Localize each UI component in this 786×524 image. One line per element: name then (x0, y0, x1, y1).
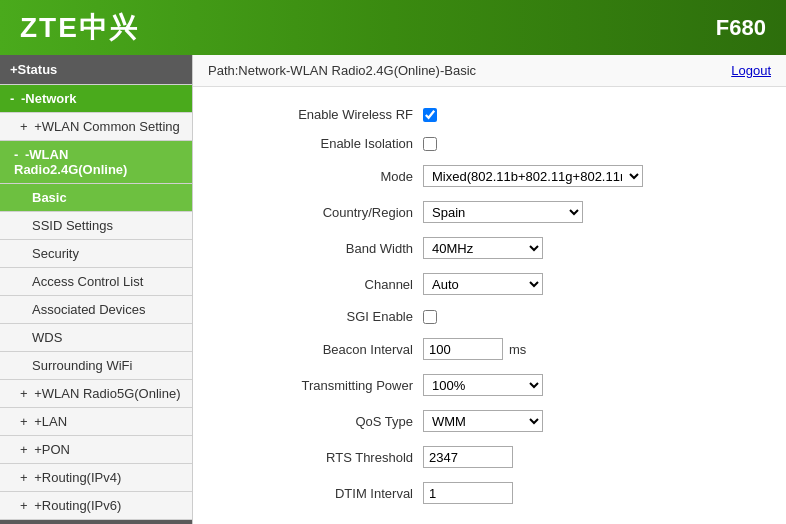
breadcrumb-bar: Path:Network-WLAN Radio2.4G(Online)-Basi… (193, 55, 786, 87)
channel-control: Auto 1234 5678 910111213 (423, 273, 543, 295)
sidebar-item-lan[interactable]: +LAN (0, 408, 192, 436)
logo-model: F680 (716, 15, 766, 41)
enable-wireless-rf-checkbox[interactable] (423, 108, 437, 122)
breadcrumb: Path:Network-WLAN Radio2.4G(Online)-Basi… (208, 63, 476, 78)
rts-threshold-row: RTS Threshold (223, 446, 756, 468)
sidebar-item-routing-ipv4[interactable]: +Routing(IPv4) (0, 464, 192, 492)
sidebar-item-status[interactable]: +Status (0, 55, 192, 85)
bandwidth-select[interactable]: 20MHz 40MHz (423, 237, 543, 259)
enable-isolation-label: Enable Isolation (223, 136, 423, 151)
sidebar-item-basic[interactable]: Basic (0, 184, 192, 212)
sidebar-item-wlan-radio24[interactable]: -WLAN Radio2.4G(Online) (0, 141, 192, 184)
enable-wireless-rf-label: Enable Wireless RF (223, 107, 423, 122)
main-layout: +Status -Network +WLAN Common Setting -W… (0, 55, 786, 524)
mode-row: Mode Mixed(802.11b+802.11g+802.11n) 802.… (223, 165, 756, 187)
channel-label: Channel (223, 277, 423, 292)
country-region-label: Country/Region (223, 205, 423, 220)
dtim-interval-row: DTIM Interval (223, 482, 756, 504)
form-area: Enable Wireless RF Enable Isolation Mode… (193, 87, 786, 524)
dtim-interval-label: DTIM Interval (223, 486, 423, 501)
header: ZTE中兴 F680 (0, 0, 786, 55)
sidebar-item-surrounding-wifi[interactable]: Surrounding WiFi (0, 352, 192, 380)
enable-isolation-checkbox[interactable] (423, 137, 437, 151)
mode-control: Mixed(802.11b+802.11g+802.11n) 802.11b o… (423, 165, 643, 187)
enable-wireless-rf-control (423, 108, 437, 122)
sidebar-item-wlan-common-setting[interactable]: +WLAN Common Setting (0, 113, 192, 141)
channel-select[interactable]: Auto 1234 5678 910111213 (423, 273, 543, 295)
sgi-enable-row: SGI Enable (223, 309, 756, 324)
rts-threshold-control (423, 446, 513, 468)
qos-type-select[interactable]: WMM Disable (423, 410, 543, 432)
sidebar-item-wlan-radio5g[interactable]: +WLAN Radio5G(Online) (0, 380, 192, 408)
mode-label: Mode (223, 169, 423, 184)
channel-row: Channel Auto 1234 5678 910111213 (223, 273, 756, 295)
beacon-interval-input[interactable] (423, 338, 503, 360)
sidebar-item-acl[interactable]: Access Control List (0, 268, 192, 296)
rts-threshold-label: RTS Threshold (223, 450, 423, 465)
transmitting-power-control: 100% 75% 50% 25% (423, 374, 543, 396)
sidebar-item-security-section[interactable]: +Security (0, 520, 192, 524)
sidebar-item-routing-ipv6[interactable]: +Routing(IPv6) (0, 492, 192, 520)
bandwidth-label: Band Width (223, 241, 423, 256)
country-region-select[interactable]: Spain Germany France UK US (423, 201, 583, 223)
sidebar-item-network[interactable]: -Network (0, 85, 192, 113)
sidebar-item-wds[interactable]: WDS (0, 324, 192, 352)
bandwidth-row: Band Width 20MHz 40MHz (223, 237, 756, 259)
qos-type-control: WMM Disable (423, 410, 543, 432)
sgi-enable-label: SGI Enable (223, 309, 423, 324)
beacon-ms-label: ms (509, 342, 526, 357)
content-area: Path:Network-WLAN Radio2.4G(Online)-Basi… (193, 55, 786, 524)
enable-isolation-control (423, 137, 437, 151)
transmitting-power-select[interactable]: 100% 75% 50% 25% (423, 374, 543, 396)
rts-threshold-input[interactable] (423, 446, 513, 468)
country-region-control: Spain Germany France UK US (423, 201, 583, 223)
sgi-enable-checkbox[interactable] (423, 310, 437, 324)
sidebar-item-ssid-settings[interactable]: SSID Settings (0, 212, 192, 240)
dtim-interval-input[interactable] (423, 482, 513, 504)
qos-type-row: QoS Type WMM Disable (223, 410, 756, 432)
sidebar-item-security[interactable]: Security (0, 240, 192, 268)
country-region-row: Country/Region Spain Germany France UK U… (223, 201, 756, 223)
bandwidth-control: 20MHz 40MHz (423, 237, 543, 259)
transmitting-power-row: Transmitting Power 100% 75% 50% 25% (223, 374, 756, 396)
transmitting-power-label: Transmitting Power (223, 378, 423, 393)
qos-type-label: QoS Type (223, 414, 423, 429)
beacon-interval-label: Beacon Interval (223, 342, 423, 357)
sidebar-item-associated-devices[interactable]: Associated Devices (0, 296, 192, 324)
sidebar: +Status -Network +WLAN Common Setting -W… (0, 55, 193, 524)
enable-wireless-rf-row: Enable Wireless RF (223, 107, 756, 122)
sidebar-item-pon[interactable]: +PON (0, 436, 192, 464)
beacon-interval-control: ms (423, 338, 526, 360)
dtim-interval-control (423, 482, 513, 504)
beacon-interval-row: Beacon Interval ms (223, 338, 756, 360)
mode-select[interactable]: Mixed(802.11b+802.11g+802.11n) 802.11b o… (423, 165, 643, 187)
logout-link[interactable]: Logout (731, 63, 771, 78)
sgi-enable-control (423, 310, 437, 324)
logo-zte: ZTE中兴 (20, 9, 139, 47)
enable-isolation-row: Enable Isolation (223, 136, 756, 151)
